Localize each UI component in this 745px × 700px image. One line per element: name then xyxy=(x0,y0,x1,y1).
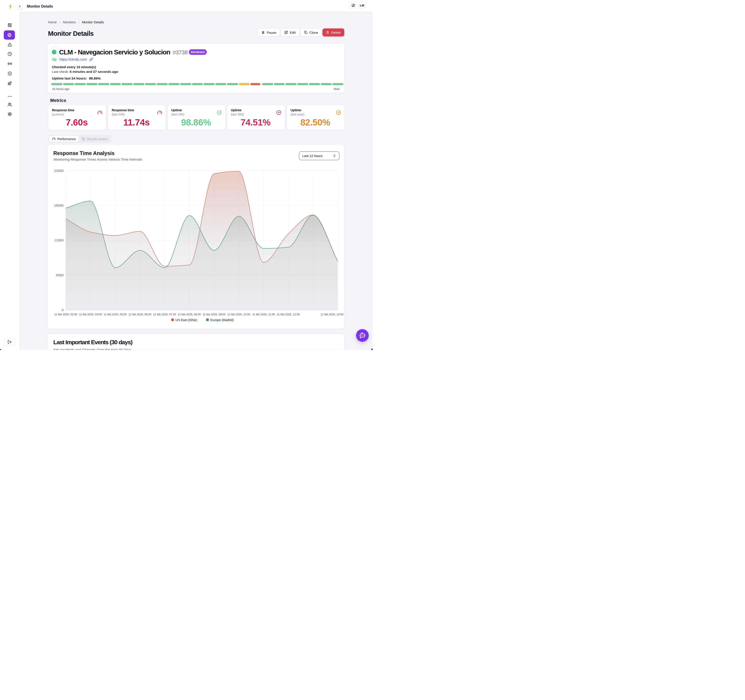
svg-text:11 feb 2025, 11:00: 11 feb 2025, 11:00 xyxy=(252,313,275,316)
svg-text:22000: 22000 xyxy=(54,169,64,172)
svg-text:Europe (Madrid): Europe (Madrid) xyxy=(210,318,234,322)
svg-text:11000: 11000 xyxy=(54,238,64,242)
svg-text:16500: 16500 xyxy=(54,203,64,207)
svg-text:0: 0 xyxy=(61,308,64,312)
svg-text:US East (Ohio): US East (Ohio) xyxy=(175,318,197,322)
svg-text:11 feb 2025, 09:00: 11 feb 2025, 09:00 xyxy=(203,313,226,316)
svg-text:11 feb 2025, 10:00: 11 feb 2025, 10:00 xyxy=(227,313,250,316)
svg-text:11 feb 2025, 07:00: 11 feb 2025, 07:00 xyxy=(153,313,176,316)
svg-text:11 feb 2025, 03:00: 11 feb 2025, 03:00 xyxy=(54,313,77,316)
svg-text:11 feb 2025, 06:00: 11 feb 2025, 06:00 xyxy=(129,313,151,316)
svg-text:11 feb 2025, 12:00: 11 feb 2025, 12:00 xyxy=(277,313,300,316)
svg-text:11 feb 2025, 05:00: 11 feb 2025, 05:00 xyxy=(104,313,127,316)
svg-text:5500: 5500 xyxy=(56,273,64,277)
svg-text:11 feb 2025, 08:00: 11 feb 2025, 08:00 xyxy=(178,313,201,316)
svg-text:11 feb 2025, 14:00: 11 feb 2025, 14:00 xyxy=(320,313,343,316)
svg-text:11 feb 2025, 04:00: 11 feb 2025, 04:00 xyxy=(79,313,102,316)
